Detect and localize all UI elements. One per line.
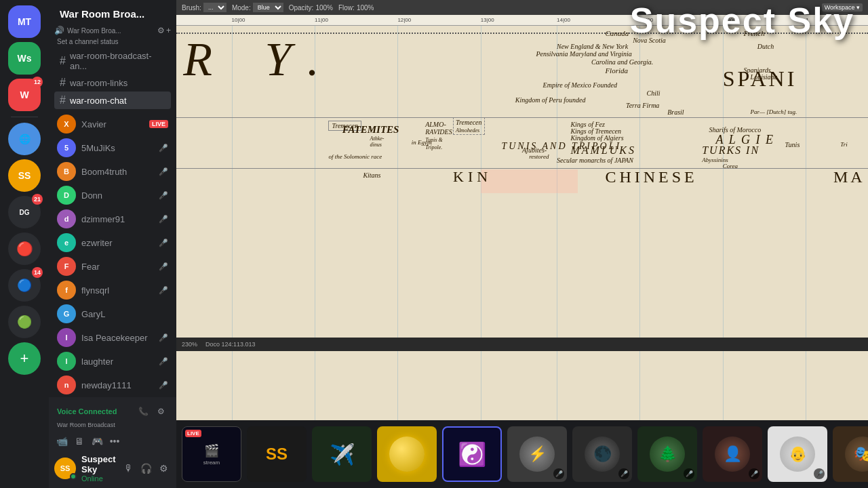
user-item-fear[interactable]: F Fear 🎤 <box>52 255 174 278</box>
text-empire-mexico: Empire of Mexico Founded <box>543 81 617 89</box>
text-restored: restored <box>529 153 549 160</box>
screen-btn[interactable]: 🖥 <box>72 434 87 449</box>
username-dzimmer: dzimmer91 <box>81 214 125 224</box>
thumb-icon-1: ✈️ <box>330 443 355 466</box>
voice-channel-header[interactable]: 🔊 War Room Broa... ⚙ + <box>49 23 176 38</box>
text-almo: ALMO-RAVIDESTunis &Tripole. <box>425 121 452 150</box>
thumb-user1[interactable]: ✈️ <box>312 426 372 482</box>
text-ma: MA <box>833 168 865 186</box>
status-dot <box>70 473 77 480</box>
current-user-actions: 🎙 🎧 ⚙ <box>121 461 172 476</box>
thumb-user4[interactable]: ⚡ 🎤 <box>507 426 567 482</box>
ruler-mark-1200: 12|00 <box>397 17 411 23</box>
headphone-btn[interactable]: 🎧 <box>139 461 154 476</box>
channel-chat[interactable]: # war-room-chat <box>54 92 171 109</box>
thumb-inner-2 <box>377 426 437 482</box>
more-btn[interactable]: ••• <box>107 434 122 449</box>
server-icon-globe[interactable]: 🌐 <box>8 123 41 155</box>
voice-hangup-btn[interactable]: 📞 <box>136 404 151 419</box>
mic-icon-boom4truth: 🎤 <box>159 167 168 176</box>
voice-connected-label: Voice Connected <box>57 407 117 415</box>
ruler-mark-1100: 11|00 <box>315 17 328 23</box>
user-item-xavier[interactable]: X Xavier LIVE <box>52 113 174 136</box>
hash-icon-2: # <box>60 77 66 89</box>
thumb-user9[interactable]: 🎭 🎤 <box>833 426 868 482</box>
yin-yang-icon: ☯️ <box>458 441 486 468</box>
text-dutch: Dutch <box>757 43 774 50</box>
channel-broadcast[interactable]: # war-room-broadcast-an... <box>54 48 171 74</box>
video-btn[interactable]: 📹 <box>54 434 69 449</box>
thumb-user6[interactable]: 🌲 🎤 <box>637 426 697 482</box>
user-settings-btn[interactable]: ⚙ <box>157 461 172 476</box>
server-icon-ss[interactable]: SS <box>8 159 41 192</box>
voice-actions: 📞 ⚙ <box>136 404 168 419</box>
avatar-garyl: G <box>57 304 76 323</box>
channel-label-links: war-room-links <box>70 78 127 88</box>
mode-select[interactable]: Blue <box>253 3 283 12</box>
thumb-ss[interactable]: SS <box>247 426 307 482</box>
current-user-info: Suspect Sky Online <box>81 454 116 483</box>
toolbar-flow: Flow: 100% <box>338 4 374 12</box>
text-egypt: in Egypt <box>412 139 432 146</box>
voice-settings-btn[interactable]: ⚙ <box>153 404 168 419</box>
brush-label: Brush: <box>182 4 201 12</box>
user-item-garyl[interactable]: G GaryL <box>52 302 174 325</box>
user-item-boom4truth[interactable]: B Boom4truth 🎤 <box>52 160 174 183</box>
mic-icon-donn: 🎤 <box>159 191 168 200</box>
avatar-ezwriter: e <box>57 233 76 252</box>
user-item-isa[interactable]: I Isa Peacekeeper 🎤 <box>52 326 174 349</box>
mic-off-8: 🎤 <box>814 468 825 479</box>
grid-v-4 <box>481 26 481 420</box>
server-icon-ws[interactable]: Ws <box>8 42 41 75</box>
add-icon[interactable]: + <box>166 26 171 35</box>
avatar-dzimmer: d <box>57 209 76 228</box>
avatar-circle-4: ⚡ <box>519 436 555 472</box>
current-user-status: Online <box>81 474 116 483</box>
thumb-user8[interactable]: 👴 🎤 <box>768 426 827 482</box>
server-icon-w1[interactable]: W 12 <box>8 79 41 111</box>
server-icon-green[interactable]: 🟢 <box>8 306 41 338</box>
thumb-user2[interactable] <box>377 426 437 482</box>
thumb-user5[interactable]: 🌑 🎤 <box>572 426 632 482</box>
user-item-ezwriter[interactable]: e ezwriter 🎤 <box>52 231 174 254</box>
mic-icon-laughter: 🎤 <box>159 357 168 366</box>
server-icon-add[interactable]: + <box>8 342 41 375</box>
username-garyl: GaryL <box>81 309 105 319</box>
left-panel: MT Ws W 12 🌐 SS DG 21 🔴 🔵 14 🟢 + War Roo… <box>0 0 176 488</box>
username-flynsqrl: flynsqrl <box>81 285 109 296</box>
user-item-donn[interactable]: D Donn 🎤 <box>52 184 174 207</box>
map-content[interactable]: R Y. Canada French Nova Scotia New Engla… <box>176 26 868 420</box>
settings-icon[interactable]: ⚙ <box>157 26 165 35</box>
user-item-dzimmer[interactable]: d dzimmer91 🎤 <box>52 207 174 230</box>
user-item-laughter[interactable]: l laughter 🎤 <box>52 350 174 373</box>
text-fatemites: FATEMITES <box>342 124 399 136</box>
divider <box>11 117 38 117</box>
text-tri: Tri <box>840 141 848 148</box>
server-icon-red[interactable]: 🔴 <box>8 232 41 265</box>
mic-btn[interactable]: 🎙 <box>121 461 136 476</box>
user-item-flynsqrl[interactable]: f flynsqrl 🎤 <box>52 279 174 302</box>
thumb-video[interactable]: 🎬stream LIVE <box>182 426 241 482</box>
username-laughter: laughter <box>81 357 113 367</box>
thumb-user3[interactable]: ☯️ <box>442 426 502 482</box>
toolbar-mode: Mode: Blue <box>232 3 283 12</box>
thumb-user7[interactable]: 👤 🎤 <box>703 426 762 482</box>
user-item-5mujiks[interactable]: 5 5MuJiKs 🎤 <box>52 136 174 159</box>
channel-links[interactable]: # war-room-links <box>54 74 171 92</box>
badge-12: 12 <box>32 77 43 87</box>
server-icon-mt[interactable]: MT <box>8 5 41 38</box>
mic-off-4: 🎤 <box>553 468 564 479</box>
user-item-newday[interactable]: n newday1111 🎤 <box>52 373 174 396</box>
ss-initials: SS <box>266 445 288 464</box>
map-area: Brush: ... Mode: Blue Opacity: 100% Flow… <box>176 0 868 420</box>
server-icon-blue[interactable]: 🔵 14 <box>8 269 41 302</box>
mic-icon-fear: 🎤 <box>159 262 168 271</box>
mic-icon-newday: 🎤 <box>159 381 168 390</box>
activity-btn[interactable]: 🎮 <box>90 434 104 449</box>
avatar-laughter: l <box>57 352 76 371</box>
server-icon-dg[interactable]: DG 21 <box>8 196 41 228</box>
brush-select[interactable]: ... <box>203 3 226 12</box>
grid-v-8 <box>806 26 806 420</box>
text-peru: Kingdom of Peru founded <box>515 96 586 104</box>
username-5mujiks: 5MuJiKs <box>81 143 115 153</box>
